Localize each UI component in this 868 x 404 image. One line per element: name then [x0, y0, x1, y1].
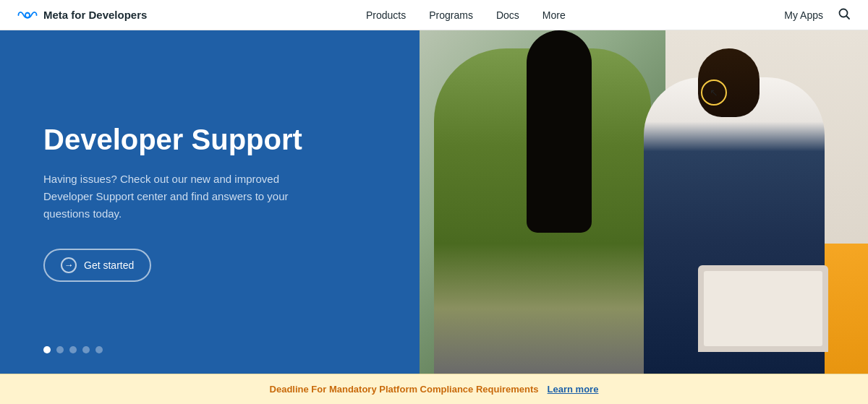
nav-docs[interactable]: Docs [496, 9, 519, 21]
cursor-arrow-icon: ↖ [710, 87, 718, 98]
yellow-accent [825, 244, 868, 374]
arrow-icon: → [61, 257, 77, 273]
compliance-banner: Deadline For Mandatory Platform Complian… [0, 374, 868, 404]
hero-title: Developer Support [43, 123, 376, 156]
svg-line-1 [847, 16, 850, 19]
logo[interactable]: Meta for Developers [17, 9, 147, 21]
dot-3[interactable] [69, 346, 77, 353]
laptop [698, 265, 828, 352]
get-started-button[interactable]: → Get started [43, 249, 151, 282]
navbar: Meta for Developers Products Programs Do… [0, 0, 868, 30]
my-apps-link[interactable]: My Apps [784, 9, 823, 21]
learn-more-link[interactable]: Learn more [548, 384, 599, 395]
banner-text: Deadline For Mandatory Platform Complian… [270, 384, 539, 395]
brand-name: Meta for Developers [43, 9, 147, 21]
person1-hair [527, 30, 592, 233]
nav-products[interactable]: Products [366, 9, 406, 21]
hero-image: ↖ [420, 30, 868, 374]
dot-4[interactable] [82, 346, 90, 353]
cursor-indicator: ↖ [701, 79, 727, 106]
laptop-screen [704, 271, 822, 346]
carousel-dots [43, 346, 103, 353]
hero-section: Developer Support Having issues? Check o… [0, 30, 868, 374]
nav-links: Products Programs Docs More [366, 9, 566, 21]
nav-more[interactable]: More [542, 9, 566, 21]
svg-point-0 [840, 9, 848, 17]
hero-subtitle: Having issues? Check out our new and imp… [43, 171, 304, 223]
dot-2[interactable] [56, 346, 64, 353]
get-started-label: Get started [84, 259, 134, 271]
nav-programs[interactable]: Programs [429, 9, 473, 21]
dot-1[interactable] [43, 346, 51, 353]
meta-logo-icon [17, 10, 38, 20]
hero-left-panel: Developer Support Having issues? Check o… [0, 30, 420, 374]
search-icon[interactable] [838, 7, 851, 23]
hero-photo-bg: ↖ [420, 30, 868, 374]
nav-right: My Apps [784, 7, 851, 23]
dot-5[interactable] [95, 346, 103, 353]
